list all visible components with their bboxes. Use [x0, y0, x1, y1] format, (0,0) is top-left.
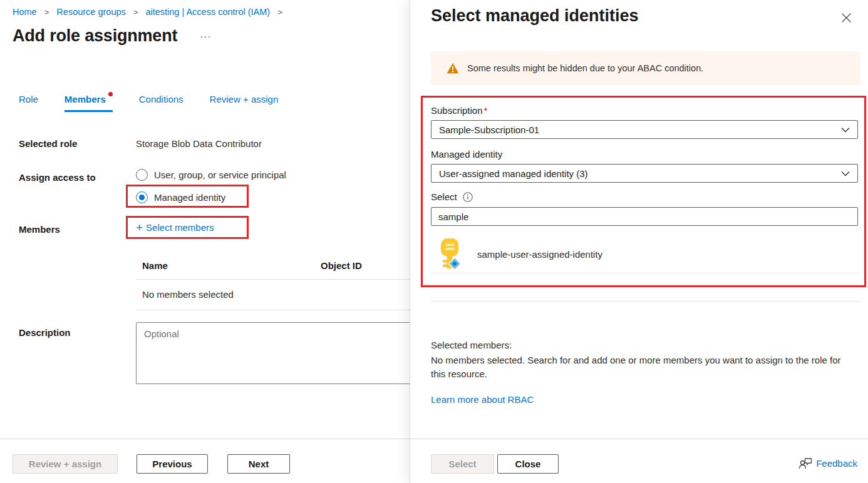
- select-label: Select: [431, 191, 457, 202]
- breadcrumb-access-control[interactable]: aitesting | Access control (IAM): [145, 7, 270, 17]
- warning-banner: Some results might be hidden due to your…: [431, 51, 860, 85]
- feedback-label: Feedback: [816, 458, 857, 469]
- close-panel-button[interactable]: [839, 11, 853, 24]
- more-actions-ellipsis-icon[interactable]: ...: [200, 29, 212, 39]
- radio-managed-identity[interactable]: Managed identity: [136, 191, 225, 203]
- column-header-name: Name: [142, 260, 321, 271]
- previous-button[interactable]: Previous: [137, 454, 208, 474]
- page-title: Add role assignment: [13, 26, 177, 46]
- chevron-down-icon: [841, 171, 850, 176]
- managed-identity-key-icon: [438, 238, 463, 270]
- review-assign-button[interactable]: Review + assign: [13, 454, 118, 474]
- select-members-label: Select members: [146, 222, 214, 233]
- panel-footer-bar: Select Close Feedback: [410, 439, 868, 483]
- radio-user-group-service-principal[interactable]: User, group, or service principal: [136, 169, 286, 181]
- identity-result-row[interactable]: sample-user-assigned-identity: [431, 235, 860, 273]
- managed-identity-label: Managed identity: [431, 149, 502, 160]
- tab-conditions[interactable]: Conditions: [139, 94, 183, 110]
- unsaved-changes-dot-icon: [108, 92, 113, 96]
- radio-option-label: User, group, or service principal: [154, 170, 286, 180]
- select-members-button[interactable]: + Select members: [136, 222, 214, 233]
- subscription-dropdown-value: Sample-Subscription-01: [439, 125, 539, 135]
- members-table-empty-row: No members selected: [136, 280, 410, 310]
- tab-label: Role: [19, 94, 38, 104]
- left-footer-bar: Review + assign Previous Next: [0, 439, 410, 483]
- add-role-assignment-pane: Home > Resource groups > aitesting | Acc…: [0, 0, 410, 483]
- subscription-label-text: Subscription: [431, 105, 483, 116]
- breadcrumb-separator: >: [44, 8, 49, 17]
- tab-review-assign[interactable]: Review + assign: [210, 94, 279, 110]
- subscription-label: Subscription*: [431, 105, 487, 116]
- description-input[interactable]: [136, 322, 410, 384]
- members-table-header: Name Object ID: [136, 258, 410, 280]
- tab-label: Review + assign: [210, 94, 279, 104]
- panel-title: Select managed identities: [431, 6, 639, 26]
- info-icon[interactable]: [463, 192, 473, 202]
- panel-select-button[interactable]: Select: [431, 454, 494, 474]
- tab-label: Conditions: [139, 94, 183, 104]
- section-divider: [431, 301, 860, 302]
- radio-option-label: Managed identity: [154, 192, 225, 203]
- managed-identity-dropdown[interactable]: User-assigned managed identity (3): [431, 164, 858, 183]
- assign-access-to-label: Assign access to: [19, 172, 96, 183]
- identity-result-name: sample-user-assigned-identity: [477, 249, 602, 260]
- warning-triangle-icon: [447, 63, 459, 74]
- breadcrumb-home[interactable]: Home: [13, 7, 37, 17]
- feedback-button[interactable]: Feedback: [798, 457, 857, 469]
- tab-role[interactable]: Role: [19, 94, 38, 110]
- radio-button-selected-icon: [136, 191, 148, 203]
- members-table: Name Object ID No members selected: [136, 258, 410, 310]
- managed-identity-dropdown-value: User-assigned managed identity (3): [439, 168, 588, 179]
- tab-bar: Role Members Conditions Review + assign: [19, 94, 304, 112]
- panel-close-button[interactable]: Close: [497, 454, 559, 474]
- selected-role-label: Selected role: [19, 138, 77, 149]
- close-icon: [841, 13, 852, 23]
- selected-role-value: Storage Blob Data Contributor: [136, 138, 262, 149]
- azure-portal-page: Home > Resource groups > aitesting | Acc…: [0, 0, 868, 483]
- column-header-object-id: Object ID: [321, 260, 362, 271]
- identity-search-input[interactable]: [431, 207, 858, 226]
- subscription-dropdown[interactable]: Sample-Subscription-01: [431, 120, 858, 139]
- breadcrumb: Home > Resource groups > aitesting | Acc…: [13, 7, 287, 17]
- feedback-person-icon: [798, 457, 812, 469]
- required-asterisk: *: [484, 105, 488, 116]
- selected-members-body: No members selected. Search for and add …: [431, 353, 847, 381]
- warning-text: Some results might be hidden due to your…: [467, 63, 703, 73]
- selected-members-heading: Selected members:: [431, 340, 512, 350]
- tab-label: Members: [65, 94, 106, 104]
- breadcrumb-separator: >: [277, 8, 282, 17]
- next-button[interactable]: Next: [227, 454, 290, 474]
- breadcrumb-resource-groups[interactable]: Resource groups: [56, 7, 125, 17]
- select-managed-identities-panel: Select managed identities Some results m…: [410, 0, 868, 483]
- chevron-down-icon: [841, 127, 850, 133]
- description-label: Description: [19, 327, 71, 338]
- radio-button-icon: [136, 169, 148, 181]
- learn-more-rbac-link[interactable]: Learn more about RBAC: [431, 394, 534, 405]
- tab-members[interactable]: Members: [65, 94, 113, 112]
- plus-icon: +: [136, 223, 143, 232]
- breadcrumb-separator: >: [133, 8, 138, 17]
- members-label: Members: [19, 224, 60, 235]
